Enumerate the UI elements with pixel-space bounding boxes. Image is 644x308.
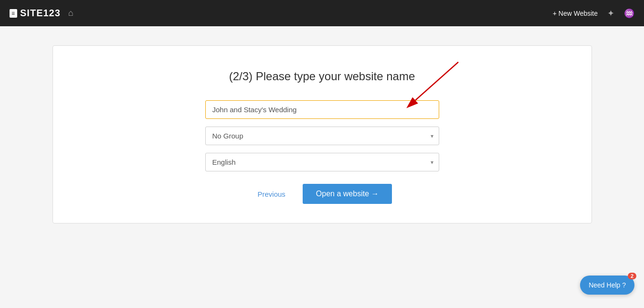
new-website-button[interactable]: + New Website <box>553 10 598 17</box>
navbar: ≡ SITE123 ⌂ + New Website ✦ ♒ <box>0 0 644 26</box>
form-area: No Group Group 1 Group 2 ▾ English Spani… <box>205 100 439 204</box>
home-icon[interactable]: ⌂ <box>68 8 74 18</box>
help-button[interactable]: Need Help ? 2 <box>580 276 634 295</box>
user-icon[interactable]: ♒ <box>624 8 634 19</box>
previous-button[interactable]: Previous <box>252 186 291 202</box>
open-website-button[interactable]: Open a website → <box>303 184 392 204</box>
navbar-left: ≡ SITE123 ⌂ <box>10 8 74 19</box>
language-select[interactable]: English Spanish French German <box>205 153 439 171</box>
group-select-wrapper: No Group Group 1 Group 2 ▾ <box>205 127 439 145</box>
website-name-input[interactable] <box>205 100 439 119</box>
logo-icon: ≡ <box>10 9 17 18</box>
main-content: (2/3) Please type your website name No G… <box>0 26 644 243</box>
help-badge: 2 <box>628 273 636 279</box>
share-icon[interactable]: ✦ <box>607 8 614 19</box>
help-label: Need Help ? <box>589 281 626 289</box>
logo[interactable]: ≡ SITE123 <box>10 8 61 19</box>
form-card: (2/3) Please type your website name No G… <box>53 45 592 223</box>
group-select[interactable]: No Group Group 1 Group 2 <box>205 127 439 145</box>
language-select-wrapper: English Spanish French German ▾ <box>205 153 439 171</box>
card-title: (2/3) Please type your website name <box>72 70 572 83</box>
navbar-right: + New Website ✦ ♒ <box>553 8 634 19</box>
logo-text: SITE123 <box>20 8 61 19</box>
button-row: Previous Open a website → <box>205 184 439 204</box>
